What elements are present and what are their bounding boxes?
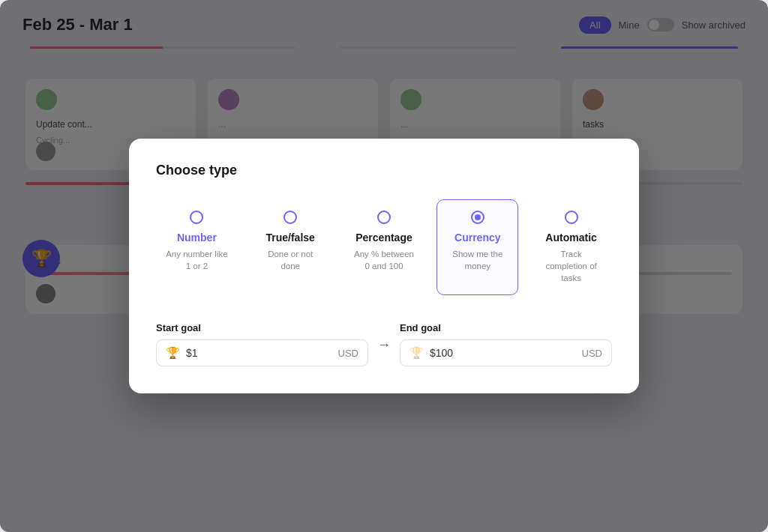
type-option-number[interactable]: Number Any number like 1 or 2 (156, 199, 238, 295)
choose-type-modal: Choose type Number Any number like 1 or … (129, 139, 639, 393)
type-percentage-label: Percentage (356, 232, 412, 244)
end-currency-label: USD (582, 348, 602, 359)
type-option-truefalse[interactable]: True/false Done or not done (250, 199, 332, 295)
type-option-percentage[interactable]: Percentage Any % between 0 and 100 (344, 199, 425, 295)
type-truefalse-label: True/false (266, 232, 315, 244)
radio-truefalse (284, 211, 297, 224)
goal-arrow: → (377, 331, 391, 359)
type-automatic-label: Automatic (545, 232, 596, 244)
type-currency-desc: Show me the money (445, 248, 510, 272)
end-goal-input-wrap[interactable]: 🏆 USD (400, 339, 612, 366)
end-trophy-icon: 🏆 (410, 346, 424, 360)
type-percentage-desc: Any % between 0 and 100 (352, 248, 417, 272)
start-trophy-icon: 🏆 (166, 346, 180, 360)
type-option-currency[interactable]: Currency Show me the money (436, 199, 518, 295)
type-number-label: Number (177, 232, 217, 244)
start-goal-label: Start goal (156, 322, 368, 333)
start-goal-input[interactable] (186, 347, 332, 359)
type-option-automatic[interactable]: Automatic Track completion of tasks (530, 199, 612, 295)
type-truefalse-desc: Done or not done (258, 248, 323, 272)
end-goal-group: End goal 🏆 USD (400, 322, 612, 366)
start-currency-label: USD (338, 348, 358, 359)
radio-automatic (565, 211, 578, 224)
radio-number (190, 211, 203, 224)
radio-currency (471, 211, 484, 224)
modal-title: Choose type (156, 163, 612, 178)
end-goal-input[interactable] (430, 347, 576, 359)
type-currency-label: Currency (454, 232, 500, 244)
modal-overlay: Choose type Number Any number like 1 or … (0, 0, 768, 532)
goal-row: Start goal 🏆 USD → End goal 🏆 USD (156, 322, 612, 366)
type-options-row: Number Any number like 1 or 2 True/false… (156, 199, 612, 295)
start-goal-group: Start goal 🏆 USD (156, 322, 368, 366)
type-automatic-desc: Track completion of tasks (538, 248, 604, 284)
start-goal-input-wrap[interactable]: 🏆 USD (156, 339, 368, 366)
end-goal-label: End goal (400, 322, 612, 333)
type-number-desc: Any number like 1 or 2 (164, 248, 230, 272)
radio-percentage (377, 211, 391, 224)
